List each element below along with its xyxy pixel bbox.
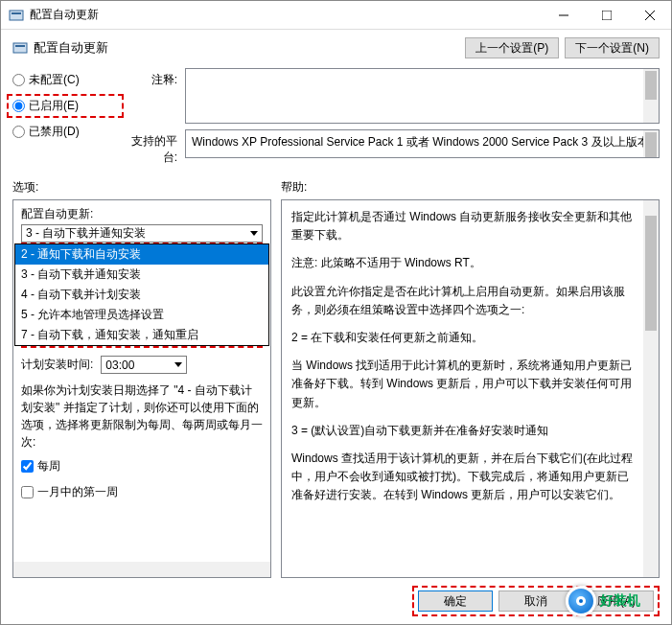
combo-option[interactable]: 3 - 自动下载并通知安装 bbox=[15, 265, 268, 285]
scrollbar-horizontal[interactable] bbox=[13, 562, 270, 577]
combo-option[interactable]: 2 - 通知下载和自动安装 bbox=[15, 244, 268, 265]
combo-option[interactable]: 5 - 允许本地管理员选择设置 bbox=[15, 305, 268, 325]
window-title: 配置自动更新 bbox=[30, 7, 542, 23]
options-panel: 配置自动更新: 3 - 自动下载并通知安装 2 - 通知下载和自动安装 3 - … bbox=[12, 199, 271, 578]
help-text: Windows 查找适用于该计算机的更新，并在后台下载它们(在此过程中，用户不会… bbox=[291, 450, 637, 505]
prev-setting-button[interactable]: 上一个设置(P) bbox=[465, 37, 559, 58]
radio-enabled[interactable]: 已启用(E) bbox=[12, 98, 118, 114]
schedule-time-label: 计划安装时间: bbox=[21, 357, 93, 373]
update-mode-dropdown: 2 - 通知下载和自动安装 3 - 自动下载并通知安装 4 - 自动下载并计划安… bbox=[14, 243, 269, 346]
titlebar: 配置自动更新 bbox=[1, 1, 671, 30]
comment-box[interactable] bbox=[185, 68, 660, 124]
radio-not-configured[interactable]: 未配置(C) bbox=[12, 72, 118, 88]
minimize-button[interactable] bbox=[542, 1, 585, 29]
platform-label: 支持的平台: bbox=[118, 129, 185, 166]
watermark: 好装机 bbox=[566, 586, 640, 616]
highlight-enabled: 已启用(E) bbox=[7, 94, 124, 118]
svg-rect-1 bbox=[12, 12, 21, 14]
help-panel: 指定此计算机是否通过 Windows 自动更新服务接收安全更新和其他重要下载。 … bbox=[281, 199, 660, 578]
scrollbar[interactable] bbox=[643, 130, 659, 157]
scrollbar[interactable] bbox=[643, 200, 659, 577]
dialog-window: 配置自动更新 配置自动更新 上一个设置(P) 下一个设置(N) 未配置(C) 已… bbox=[0, 0, 672, 625]
svg-rect-3 bbox=[602, 11, 612, 20]
help-text: 2 = 在下载和安装任何更新之前通知。 bbox=[291, 329, 637, 347]
help-text: 3 = (默认设置)自动下载更新并在准备好安装时通知 bbox=[291, 422, 637, 440]
scrollbar[interactable] bbox=[643, 69, 659, 123]
comment-label: 注释: bbox=[118, 68, 185, 88]
next-setting-button[interactable]: 下一个设置(N) bbox=[565, 37, 660, 58]
ok-button[interactable]: 确定 bbox=[418, 590, 493, 612]
combo-label: 配置自动更新: bbox=[21, 206, 263, 222]
options-header: 选项: bbox=[12, 179, 281, 196]
first-week-checkbox[interactable]: 一月中的第一周 bbox=[21, 484, 263, 500]
svg-rect-7 bbox=[15, 45, 25, 47]
maximize-button[interactable] bbox=[585, 1, 628, 29]
combo-option[interactable]: 4 - 自动下载并计划安装 bbox=[15, 285, 268, 305]
weekly-checkbox[interactable]: 每周 bbox=[21, 458, 263, 475]
watermark-text: 好装机 bbox=[600, 592, 640, 610]
help-text: 此设置允许你指定是否在此计算机上启用自动更新。如果启用该服务，则必须在组策略设置… bbox=[291, 283, 637, 319]
platform-box: Windows XP Professional Service Pack 1 或… bbox=[185, 129, 660, 158]
help-text: 当 Windows 找到适用于此计算机的更新时，系统将通知用户更新已准备好下载。… bbox=[291, 357, 637, 412]
page-title: 配置自动更新 bbox=[34, 39, 459, 57]
help-header: 帮助: bbox=[281, 179, 660, 196]
policy-icon bbox=[12, 40, 28, 56]
svg-rect-6 bbox=[13, 43, 27, 53]
combo-option[interactable]: 7 - 自动下载，通知安装，通知重启 bbox=[15, 325, 268, 345]
radio-disabled[interactable]: 已禁用(D) bbox=[12, 124, 118, 140]
watermark-icon bbox=[566, 586, 596, 616]
highlight-dropdown: 2 - 通知下载和自动安装 3 - 自动下载并通知安装 4 - 自动下载并计划安… bbox=[21, 242, 263, 348]
schedule-time-select[interactable]: 03:00 bbox=[101, 356, 187, 374]
cancel-button[interactable]: 取消 bbox=[498, 590, 573, 612]
options-description: 如果你为计划安装日期选择了 "4 - 自动下载计划安装" 并指定了计划，则你还可… bbox=[21, 382, 263, 451]
help-text: 指定此计算机是否通过 Windows 自动更新服务接收安全更新和其他重要下载。 bbox=[291, 208, 637, 244]
close-button[interactable] bbox=[628, 1, 671, 29]
svg-rect-0 bbox=[10, 11, 23, 20]
help-text: 注意: 此策略不适用于 Windows RT。 bbox=[291, 254, 637, 272]
policy-icon bbox=[9, 8, 24, 23]
update-mode-select[interactable]: 3 - 自动下载并通知安装 bbox=[21, 224, 263, 243]
